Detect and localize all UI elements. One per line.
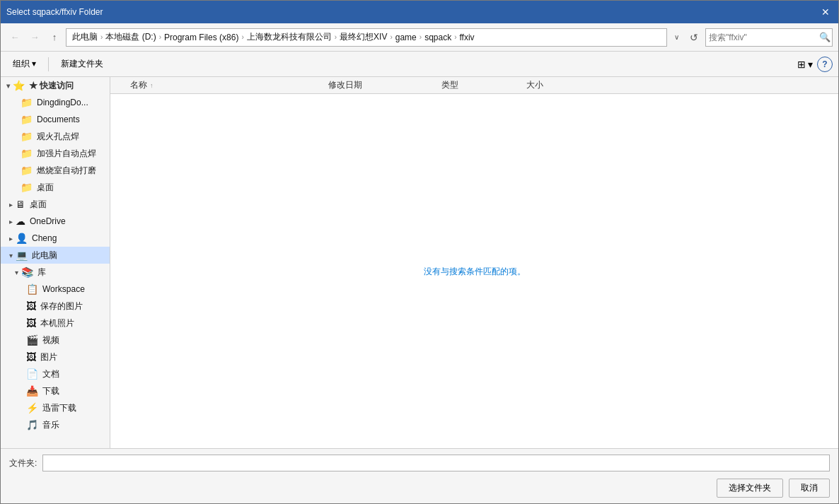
pictures-icon: 🖼 [26,351,36,363]
new-folder-button[interactable]: 新建文件夹 [54,56,110,72]
folder-input[interactable] [42,455,830,471]
title-bar: Select sqpack/ffxiv Folder ✕ [1,1,838,23]
quick-access-arrow: ▾ [6,82,10,90]
refresh-button[interactable]: ↺ [685,29,702,46]
sidebar-thispc-label: 此电脑 [32,250,57,262]
desktop-arrow: ▸ [9,201,13,209]
back-button[interactable]: ← [6,29,23,46]
sidebar-downloads-label: 下载 [42,385,59,397]
sidebar-item-docs[interactable]: 📄 文档 [1,365,110,382]
local-photos-icon: 🖼 [26,317,36,329]
sidebar-saved-photos-label: 保存的图片 [40,300,83,312]
breadcrumb-thispc[interactable]: 此电脑 [71,31,99,43]
cancel-button[interactable]: 取消 [789,479,830,498]
sidebar-item-saved-photos[interactable]: 🖼 保存的图片 [1,298,110,315]
up-button[interactable]: ↑ [46,29,63,46]
onedrive-arrow: ▸ [9,218,13,225]
folder-icon: 📁 [21,182,33,193]
sidebar-item-desktop[interactable]: ▸ 🖥 桌面 [1,196,110,213]
empty-message: 没有与搜索条件匹配的项。 [424,265,526,277]
close-button[interactable]: ✕ [818,5,833,19]
breadcrumb-bar[interactable]: 此电脑 › 本地磁盘 (D:) › Program Files (x86) › … [66,28,667,47]
sidebar-cheng-label: Cheng [32,233,57,243]
docs-icon: 📄 [26,368,38,380]
sidebar-item-jiaqiang[interactable]: 📁 加强片自动点焊 [1,145,110,162]
search-input[interactable] [706,33,818,42]
thispc-icon: 💻 [16,250,28,261]
sidebar-item-documents[interactable]: 📁 Documents [1,111,110,128]
sidebar-item-xunlei[interactable]: ⚡ 迅雷下载 [1,399,110,416]
col-type-label: 类型 [441,79,458,91]
saved-photos-icon: 🖼 [26,300,36,312]
sidebar-label: 观火孔点焊 [37,131,79,143]
nav-bar: ← → ↑ 此电脑 › 本地磁盘 (D:) › Program Files (x… [1,23,838,52]
folder-icon: 📁 [21,165,33,176]
onedrive-icon: ☁ [16,216,25,227]
column-headers: 名称 ↑ 修改日期 类型 大小 [110,77,838,94]
help-button[interactable]: ? [817,57,833,72]
sidebar-pictures-label: 图片 [40,351,57,363]
sidebar-item-dingding[interactable]: 📁 DingdingDo... [1,94,110,111]
sidebar-local-photos-label: 本机照片 [40,317,74,329]
sidebar-item-workspace[interactable]: 📋 Workspace [1,281,110,298]
sidebar-item-cheng[interactable]: ▸ 👤 Cheng [1,230,110,247]
breadcrumb-dropdown-button[interactable]: ∨ [670,29,683,46]
search-icon[interactable]: 🔍 [818,29,832,46]
sidebar-item-library-header[interactable]: ▾ 📚 库 [1,264,110,281]
folder-icon: 📁 [21,114,33,125]
breadcrumb-game-title[interactable]: 最终幻想XIV [338,31,388,43]
breadcrumb-disk[interactable]: 本地磁盘 (D:) [104,31,157,43]
breadcrumb-company[interactable]: 上海数龙科技有限公司 [245,31,333,43]
sidebar-item-downloads[interactable]: 📥 下载 [1,382,110,399]
col-date-header[interactable]: 修改日期 [323,79,436,91]
downloads-icon: 📥 [26,385,38,397]
dialog-title: Select sqpack/ffxiv Folder [6,7,103,17]
forward-button[interactable]: → [26,29,43,46]
quick-access-icon: ⭐ [13,80,25,91]
sidebar-item-pictures[interactable]: 🖼 图片 [1,348,110,365]
col-size-header[interactable]: 大小 [521,79,591,91]
file-list: 没有与搜索条件匹配的项。 [110,94,838,448]
sidebar-video-label: 视频 [42,334,59,346]
xunlei-icon: ⚡ [26,402,38,414]
workspace-icon: 📋 [26,283,38,295]
sidebar-item-music[interactable]: 🎵 音乐 [1,416,110,433]
sidebar-item-video[interactable]: 🎬 视频 [1,332,110,348]
view-button[interactable]: ⊞ ▾ [796,55,814,74]
sidebar-item-local-photos[interactable]: 🖼 本机照片 [1,315,110,332]
breadcrumb-programfiles[interactable]: Program Files (x86) [163,33,240,42]
breadcrumb-ffxiv[interactable]: ffxiv [458,33,476,42]
select-folder-button[interactable]: 选择文件夹 [717,479,783,498]
folder-label: 文件夹: [9,457,37,469]
main-area: ▾ ⭐ ★ 快速访问 📁 DingdingDo... 📁 Documents 📁… [1,77,838,448]
folder-icon: 📁 [21,131,33,142]
cheng-arrow: ▸ [9,235,13,242]
sidebar-label: 燃烧室自动打磨 [37,165,96,177]
sidebar-item-thispc[interactable]: ▾ 💻 此电脑 [1,247,110,264]
sidebar-item-guanhuo[interactable]: 📁 观火孔点焊 [1,128,110,145]
sidebar-label: 桌面 [37,182,54,194]
button-row: 选择文件夹 取消 [9,479,830,498]
sidebar-desktop-label: 桌面 [30,199,47,211]
sort-arrow: ↑ [150,82,154,89]
col-type-header[interactable]: 类型 [436,79,521,91]
sidebar-item-ranshao[interactable]: 📁 燃烧室自动打磨 [1,162,110,179]
library-icon: 📚 [21,266,33,278]
sidebar-item-zhuomian-quick[interactable]: 📁 桌面 [1,179,110,196]
organize-button[interactable]: 组织 ▾ [6,56,42,72]
folder-icon: 📁 [21,148,33,159]
file-dialog: Select sqpack/ffxiv Folder ✕ ← → ↑ 此电脑 ›… [0,0,839,504]
toolbar-right: ⊞ ▾ ? [796,55,833,74]
toolbar-separator [48,57,49,71]
col-size-label: 大小 [526,79,543,91]
sidebar-onedrive-label: OneDrive [30,216,66,226]
breadcrumb-sqpack[interactable]: sqpack [423,33,453,42]
cheng-icon: 👤 [16,233,28,244]
breadcrumb-game[interactable]: game [394,33,418,42]
col-name-header[interactable]: 名称 ↑ [125,79,323,91]
col-date-label: 修改日期 [328,79,362,91]
folder-icon: 📁 [21,97,33,108]
sidebar-quick-access-header: ▾ ⭐ ★ 快速访问 [1,77,110,94]
folder-row: 文件夹: [9,455,830,471]
sidebar-item-onedrive[interactable]: ▸ ☁ OneDrive [1,213,110,230]
